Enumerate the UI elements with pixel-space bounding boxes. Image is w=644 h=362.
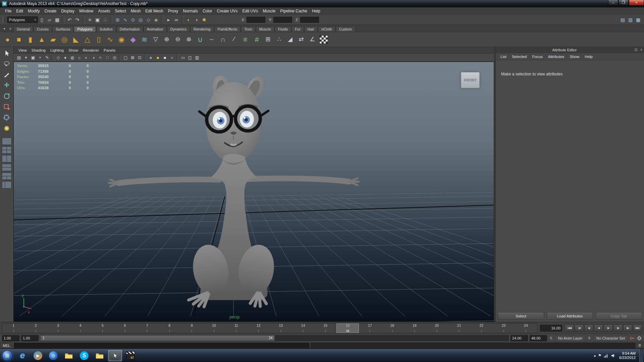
frame-cell[interactable]: 8 (158, 323, 180, 333)
script-editor-icon[interactable]: ≣ (637, 343, 643, 348)
snap-to-grid-icon[interactable]: ⊞ (114, 16, 121, 23)
smooth-icon[interactable]: ≋ (139, 34, 150, 45)
anim-layer-toggle-icon[interactable]: ⇅ (549, 336, 553, 340)
network-icon[interactable] (604, 353, 608, 358)
gate-mask-icon[interactable]: ◫ (186, 54, 194, 61)
poly-helix-icon[interactable]: ∿ (105, 34, 116, 45)
window-titlebar[interactable]: M Autodesk Maya 2013 x64: C:\Users\Greg\… (0, 0, 644, 7)
load-attributes-button[interactable]: Load Attributes (547, 312, 593, 320)
volume-icon[interactable] (611, 353, 615, 358)
shelf-tab[interactable]: Hair (304, 26, 318, 32)
maya-app-icon[interactable] (108, 350, 122, 361)
frame-cell[interactable]: 7 (136, 323, 158, 333)
menubar-item[interactable]: Mesh (128, 7, 143, 15)
snap-to-view-plane-icon[interactable]: ◇ (145, 16, 152, 23)
textured-mode-icon[interactable]: ◍ (69, 54, 76, 61)
attribute-editor-menu-item[interactable]: Attributes (545, 55, 567, 59)
lighting-ball-dark-icon[interactable]: ● (168, 54, 175, 61)
shelf-tab[interactable]: Fur (291, 26, 304, 32)
insert-edge-loop-icon[interactable]: ≡ (240, 34, 251, 45)
menubar-item[interactable]: Display (59, 7, 76, 15)
shelf-tab[interactable]: Subdivs (96, 26, 116, 32)
shelf-tab[interactable]: PaintEffects (214, 26, 241, 32)
shelf-tab[interactable]: Fluids (275, 26, 291, 32)
shadows-icon[interactable]: ◐ (83, 54, 90, 61)
ae-close-icon[interactable]: × (639, 48, 644, 52)
attribute-editor-menu-item[interactable]: List (498, 55, 509, 59)
animation-preferences-icon[interactable] (637, 336, 642, 341)
attribute-editor-toggle-icon[interactable]: ▤ (619, 16, 627, 23)
skype-icon[interactable]: S (77, 350, 91, 361)
anim-layer-dropdown[interactable]: No Anim Layer (555, 335, 585, 341)
animation-end-field[interactable] (530, 335, 547, 341)
separator[interactable] (161, 16, 164, 23)
panel-menu-item[interactable]: Shading (29, 48, 48, 52)
separator[interactable] (176, 54, 179, 61)
motion-blur-icon[interactable]: ≈ (97, 54, 104, 61)
poly-plane-icon[interactable]: ▰ (48, 34, 59, 45)
shelf-tab[interactable]: Dynamics (167, 26, 190, 32)
taskbar-clock[interactable]: 9:54 AM 6/23/2012 (619, 351, 636, 360)
shelf-tab[interactable]: nCloth (318, 26, 335, 32)
character-mesh[interactable] (109, 75, 359, 307)
panel-menu-item[interactable]: Lighting (48, 48, 66, 52)
depth-of-field-icon[interactable]: ◎ (111, 54, 118, 61)
layout-three-pane-button[interactable] (2, 172, 12, 180)
attribute-editor-menu-item[interactable]: Selected (509, 55, 530, 59)
split-polygon-tool-icon[interactable]: ∕ (229, 34, 239, 44)
frame-cell[interactable]: 20 (426, 323, 448, 333)
menubar-item[interactable]: Create UVs (215, 7, 240, 15)
poly-torus-icon[interactable]: ◎ (59, 34, 70, 45)
frame-cell[interactable]: 13 (270, 323, 292, 333)
snap-to-projected-center-icon[interactable]: ◎ (137, 16, 145, 23)
menu-set-dropdown[interactable]: Polygons ▾ (7, 16, 38, 23)
action-center-flag-icon[interactable]: ⚑ (598, 353, 601, 358)
menubar-item[interactable]: Select (112, 7, 128, 15)
mel-command-input[interactable] (14, 343, 309, 348)
bookmarks-icon[interactable]: ▾ (22, 54, 30, 61)
separator[interactable] (51, 54, 54, 61)
menubar-item[interactable]: Edit (14, 7, 25, 15)
step-back-key-button[interactable]: ◀| (584, 324, 593, 331)
universal-manipulator-icon[interactable] (1, 113, 12, 123)
shelf-tab[interactable]: Animation (144, 26, 167, 32)
new-scene-icon[interactable]: ▯ (38, 16, 46, 23)
screen-space-ao-icon[interactable]: ◑ (90, 54, 97, 61)
frame-cell[interactable]: 11 (225, 323, 247, 333)
redo-icon[interactable]: ↷ (73, 16, 81, 23)
poly-pipe-icon[interactable]: ▯ (93, 34, 104, 45)
frame-cell[interactable]: 24 (515, 323, 537, 333)
current-frame-marker[interactable]: 16 (336, 323, 359, 333)
mirror-geometry-icon[interactable]: ⇄ (296, 34, 307, 44)
windows-media-player-icon[interactable]: ▶ (31, 350, 45, 361)
frame-cell[interactable]: 22 (470, 323, 492, 333)
combine-icon[interactable]: ⊕ (161, 34, 172, 44)
input-operations-icon[interactable]: ▸ (165, 16, 172, 23)
attribute-editor-menu-item[interactable]: Focus (530, 55, 545, 59)
frame-cell[interactable]: 10 (203, 323, 225, 333)
mel-label[interactable]: MEL (1, 344, 13, 348)
shelf-tab[interactable]: Surfaces (52, 26, 73, 32)
range-slider-track[interactable]: 1 24 (40, 335, 509, 341)
animation-start-field[interactable] (2, 335, 19, 341)
command-feedback-field[interactable] (311, 343, 635, 348)
layout-two-pane-stacked-button[interactable] (2, 164, 12, 171)
shelf-tab[interactable]: Deformation (116, 26, 143, 32)
current-time-field[interactable] (540, 325, 562, 331)
undo-icon[interactable]: ↶ (66, 16, 73, 23)
menubar-item[interactable]: Help (310, 7, 323, 15)
shaded-mode-icon[interactable]: ● (62, 54, 69, 61)
shelf-tab[interactable]: Curves (34, 26, 52, 32)
layout-two-pane-side-button[interactable] (2, 155, 12, 163)
camera-attributes-icon[interactable]: ▤ (15, 54, 22, 61)
bevel-icon[interactable]: ◢ (285, 34, 296, 44)
menubar-item[interactable]: Pipeline Cache (278, 7, 310, 15)
frame-cell[interactable]: 21 (448, 323, 470, 333)
menubar-item[interactable]: Create (42, 7, 59, 15)
go-to-start-button[interactable]: |◀◀ (565, 324, 574, 331)
panel-menu-item[interactable]: Renderer (80, 48, 101, 52)
menubar-item[interactable]: File (3, 7, 14, 15)
start-button[interactable]: ⊞ (2, 350, 13, 361)
attribute-editor-menu-item[interactable]: Help (582, 55, 595, 59)
frame-cell[interactable]: 1 (2, 323, 24, 333)
